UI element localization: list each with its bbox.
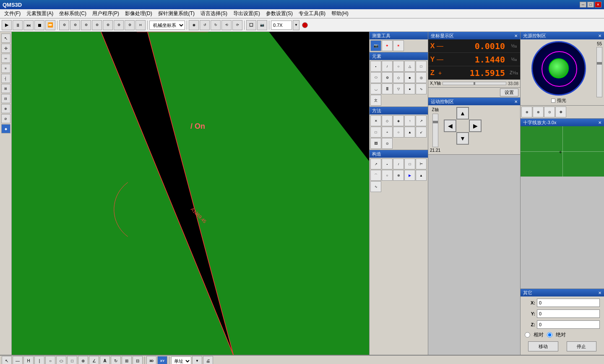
meth-circle3[interactable]: ⊙ (382, 138, 393, 149)
light-slider[interactable] (596, 47, 602, 97)
el-dot[interactable]: ● (404, 83, 415, 94)
el-lines[interactable]: ≣ (382, 83, 393, 94)
el-tri2[interactable]: ▽ (393, 83, 404, 94)
el-wave[interactable]: ∿ (416, 83, 427, 94)
lt-tool10[interactable]: ◆ (1, 124, 10, 133)
coord-y-half[interactable]: ½₂ (508, 57, 520, 62)
other-y-input[interactable] (537, 309, 600, 318)
light-icon-1[interactable]: ⊕ (521, 107, 532, 117)
other-x-input[interactable] (537, 299, 600, 307)
settings-button[interactable]: 设置 (500, 88, 518, 96)
menu-export[interactable]: 导出设置(E) (231, 9, 263, 18)
el-triangle[interactable]: △ (404, 61, 415, 72)
tb-step[interactable]: ⏭ (23, 20, 34, 30)
el-circle2[interactable]: ◎ (416, 72, 427, 83)
tool-red-dot[interactable]: ✦ (382, 40, 393, 51)
el-circle[interactable]: ○ (393, 61, 404, 72)
meth-5[interactable]: ↗ (416, 115, 427, 126)
con-5[interactable]: ⊢ (416, 159, 427, 169)
bt-rotate[interactable]: ↻ (111, 356, 121, 364)
tb-tool6[interactable]: ⚙ (114, 20, 124, 30)
bt-h[interactable]: H (23, 356, 34, 364)
lt-tool8[interactable]: ⊕ (1, 104, 10, 113)
bt-rect[interactable]: □ (67, 356, 77, 364)
tool-star[interactable]: ✶ (393, 40, 404, 51)
coord-display-close[interactable]: ✕ (514, 34, 518, 38)
menu-user-prog[interactable]: 用户程序(P) (90, 9, 122, 18)
minimize-button[interactable]: ─ (580, 2, 586, 8)
con-8[interactable]: ⊕ (393, 170, 404, 181)
menu-image-process[interactable]: 影像处理(D) (122, 9, 155, 18)
light-icon-2[interactable]: ⊗ (533, 107, 544, 117)
menu-file[interactable]: 文件(F) (2, 9, 23, 18)
bt-arrow[interactable]: ↖ (2, 356, 12, 364)
con-3[interactable]: / (393, 159, 404, 169)
tb-pause[interactable]: ⏸ (13, 20, 23, 30)
con-7[interactable]: ○ (382, 170, 393, 181)
tb-meas2[interactable]: ↺ (200, 20, 210, 30)
el-line[interactable]: / (382, 61, 393, 72)
tb-stop[interactable]: ⏹ (34, 20, 44, 30)
z-slider[interactable] (432, 114, 438, 147)
menu-elements[interactable]: 元素预置(A) (24, 9, 56, 18)
meth-2[interactable]: ◇ (382, 115, 393, 126)
bt-dropdown[interactable]: ▼ (192, 356, 202, 364)
tb-meas1[interactable]: ◉ (189, 20, 199, 30)
menu-help[interactable]: 帮助(H) (329, 9, 351, 18)
meth-img[interactable]: 🖼 (370, 138, 381, 149)
maximize-button[interactable]: □ (587, 2, 594, 8)
lt-tool3[interactable]: ═ (1, 54, 10, 63)
move-button[interactable]: 移动 (528, 341, 558, 351)
other-close[interactable]: ✕ (598, 291, 601, 295)
close-button[interactable]: ✕ (595, 2, 601, 8)
bt-3d[interactable]: 3D (146, 356, 156, 364)
crosshair-close[interactable]: ✕ (598, 120, 601, 125)
menu-probe[interactable]: 探针测量系统(T) (156, 9, 197, 18)
tb-tool5[interactable]: ⚙ (103, 20, 113, 30)
bt-vert[interactable]: | (34, 356, 44, 364)
bt-a[interactable]: A (100, 356, 110, 364)
meth-1[interactable]: ✕ (370, 115, 381, 126)
tb-meas5[interactable]: ⟳ (232, 20, 242, 30)
meth-8[interactable]: ○ (393, 127, 404, 138)
el-square[interactable]: ■ (404, 72, 415, 83)
bt-print[interactable]: 🖨 (203, 356, 213, 364)
xy-slider[interactable] (443, 82, 506, 85)
menu-params[interactable]: 参数设置(S) (263, 9, 295, 18)
con-tri[interactable]: ▲ (416, 170, 427, 181)
relative-radio[interactable] (525, 332, 530, 338)
tb-tool1[interactable]: ⚙ (59, 20, 69, 30)
light-icon-4[interactable]: ✤ (555, 107, 566, 117)
el-rect[interactable]: □ (416, 61, 427, 72)
meth-9[interactable]: ▲ (404, 127, 415, 138)
tb-meas4[interactable]: ⟲ (221, 20, 232, 30)
tb-view1[interactable]: 🔲 (246, 20, 256, 30)
other-z-input[interactable] (537, 320, 600, 329)
motion-left[interactable]: ◀ (444, 120, 456, 132)
tool-camera[interactable]: 📷 (370, 40, 381, 51)
menu-coords[interactable]: 坐标系统(C) (57, 9, 89, 18)
absolute-radio[interactable] (547, 332, 552, 338)
bt-tool8[interactable]: ⊕ (78, 356, 88, 364)
menu-language[interactable]: 语言选择(S) (198, 9, 230, 18)
el-point[interactable]: • (370, 61, 381, 72)
tb-zoom-apply[interactable]: ▼ (293, 20, 299, 30)
zoom-input[interactable] (271, 21, 292, 30)
tb-tool2[interactable]: ⚙ (70, 20, 80, 30)
menu-pro-tools[interactable]: 专业工具(B) (296, 9, 328, 18)
tb-tool4[interactable]: ⚙ (92, 20, 102, 30)
con-2[interactable]: • (382, 159, 393, 169)
coord-system-dropdown[interactable]: 机械坐标系 (149, 21, 185, 30)
lt-tool6[interactable]: ⊞ (1, 84, 10, 93)
tb-tool3[interactable]: ⚙ (81, 20, 91, 30)
light-circle[interactable] (531, 41, 586, 96)
lt-tool5[interactable]: ┤ (1, 74, 10, 83)
tb-view2[interactable]: 📷 (257, 20, 267, 30)
motion-right[interactable]: ▶ (469, 120, 482, 132)
meth-4[interactable]: ↑ (404, 115, 415, 126)
stop-button[interactable]: 停止 (567, 341, 597, 351)
coord-z-half[interactable]: Z½₂ (508, 70, 520, 75)
lt-tool7[interactable]: ⊟ (1, 94, 10, 103)
meth-6[interactable]: □ (370, 127, 381, 138)
con-6[interactable]: ⌒ (370, 170, 381, 181)
